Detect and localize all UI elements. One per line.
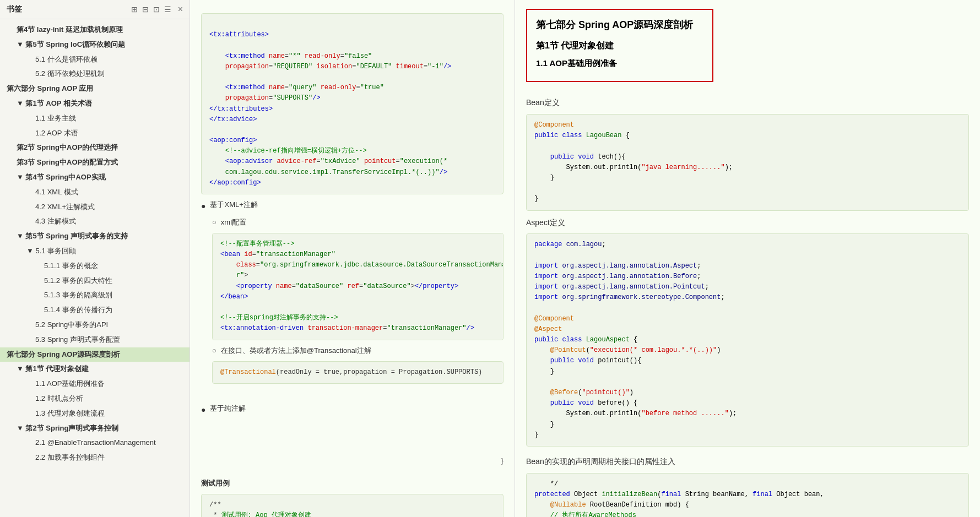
- sidebar-icon-4[interactable]: ☰: [164, 5, 171, 14]
- sidebar-toc: 第4节 lazy-init 延迟加载机制原理▼ 第5节 Spring IoC循环…: [0, 19, 189, 517]
- toc-item-s29[interactable]: 2.1 @EnableTransactionManagement: [0, 436, 189, 450]
- center-panel: <tx:attributes> <tx:method name="*" read…: [190, 0, 515, 517]
- toc-item-s26[interactable]: 1.2 时机点分析: [0, 391, 189, 406]
- sub-section-xml-config: ○ xml配置 <!--配置事务管理器--> <bean id="transac…: [212, 216, 503, 384]
- toc-item-s20[interactable]: 5.1.4 事务的传播行为: [0, 303, 189, 318]
- test-section: 测试用例 /** * 测试用例: Aop 代理对象创建: [201, 477, 503, 517]
- bullet-icon-1: ●: [201, 200, 205, 213]
- bullet-xml-annotation: ● 基于XML+注解: [201, 199, 503, 213]
- right-panel: 第七部分 Spring AOP源码深度剖析 第1节 代理对象创建 1.1 AOP…: [515, 0, 980, 517]
- sub-bullet-icon-xml: ○: [212, 216, 216, 228]
- sub-bullet-transactional: ○ 在接口、类或者方法上添加@Transactional注解: [212, 345, 503, 357]
- sidebar-title: 书签: [7, 4, 127, 14]
- code-block-test: /** * 测试用例: Aop 代理对象创建: [201, 494, 503, 517]
- toc-item-s8[interactable]: 1.2 AOP 术语: [0, 126, 189, 141]
- toc-item-s10[interactable]: 第3节 Spring中AOP的配置方式: [0, 155, 189, 170]
- bottom-code-block: */ protected Object initializeBean(final…: [526, 473, 969, 517]
- closing-brace: }: [201, 453, 503, 469]
- toc-item-s22[interactable]: 5.3 Spring 声明式事务配置: [0, 333, 189, 347]
- toc-item-s18[interactable]: 5.1.2 事务的四大特性: [0, 274, 189, 289]
- bean-def-title: Bean定义: [526, 96, 969, 110]
- toc-item-s25[interactable]: 1.1 AOP基础用例准备: [0, 377, 189, 391]
- toc-item-s27[interactable]: 1.3 代理对象创建流程: [0, 406, 189, 421]
- bottom-comment-text: Bean的实现的声明周期相关接口的属性注入: [526, 455, 969, 469]
- toc-item-s12[interactable]: 4.1 XML 模式: [0, 185, 189, 200]
- toc-item-s11[interactable]: ▼ 第4节 Spring中AOP实现: [0, 170, 189, 185]
- right-part-title: 第七部分 Spring AOP源码深度剖析: [536, 17, 703, 34]
- sidebar-header: 书签 ⊞ ⊟ ⊡ ☰ ×: [0, 0, 189, 19]
- sidebar-icon-3[interactable]: ⊡: [153, 5, 160, 14]
- toc-item-s2[interactable]: ▼ 第5节 Spring IoC循环依赖问题: [0, 37, 189, 52]
- toc-item-s7[interactable]: 1.1 业务主线: [0, 111, 189, 126]
- code-block-bean-config: <!--配置事务管理器--> <bean id="transactionMana…: [212, 233, 503, 340]
- main-content: <tx:attributes> <tx:method name="*" read…: [190, 0, 980, 517]
- sub-bullet-xml: ○ xml配置: [212, 216, 503, 228]
- toc-item-s13[interactable]: 4.2 XML+注解模式: [0, 200, 189, 215]
- aspect-def-title: Aspect定义: [526, 216, 969, 230]
- bullet-label-2: 基于纯注解: [210, 402, 246, 415]
- toc-item-s6[interactable]: ▼ 第1节 AOP 相关术语: [0, 96, 189, 111]
- right-subsection-title: 1.1 AOP基础用例准备: [536, 56, 703, 70]
- bullet-pure-annotation: ● 基于纯注解: [201, 402, 503, 417]
- toc-item-s9[interactable]: 第2节 Spring中AOP的代理选择: [0, 140, 189, 155]
- sidebar-icon-2[interactable]: ⊟: [142, 5, 149, 14]
- toc-item-s19[interactable]: 5.1.3 事务的隔离级别: [0, 288, 189, 303]
- toc-item-s23[interactable]: 第七部分 Spring AOP源码深度剖析: [0, 347, 189, 362]
- toc-item-s14[interactable]: 4.3 注解模式: [0, 214, 189, 229]
- sub-bullet-icon-transactional: ○: [212, 345, 216, 357]
- toc-item-s24[interactable]: ▼ 第1节 代理对象创建: [0, 362, 189, 377]
- sidebar-close-button[interactable]: ×: [178, 4, 183, 14]
- sidebar: 书签 ⊞ ⊟ ⊡ ☰ × 第4节 lazy-init 延迟加载机制原理▼ 第5节…: [0, 0, 190, 517]
- toc-item-s30[interactable]: 2.2 加载事务控制组件: [0, 450, 189, 465]
- code-block-tx-attributes: <tx:attributes> <tx:method name="*" read…: [201, 13, 503, 194]
- aspect-code-block: package com.lagou; import org.aspectj.la…: [526, 233, 969, 447]
- toc-item-s17[interactable]: 5.1.1 事务的概念: [0, 259, 189, 274]
- sidebar-icon-1[interactable]: ⊞: [131, 5, 138, 14]
- sidebar-toolbar-icons: ⊞ ⊟ ⊡ ☰: [131, 5, 171, 14]
- toc-item-s21[interactable]: 5.2 Spring中事务的API: [0, 318, 189, 333]
- sub-bullet-label-transactional: 在接口、类或者方法上添加@Transactional注解: [221, 345, 371, 357]
- bottom-comment-section: Bean的实现的声明周期相关接口的属性注入 */ protected Objec…: [526, 455, 969, 517]
- spacer-2: [201, 420, 503, 453]
- right-section-title: 第1节 代理对象创建: [536, 38, 703, 53]
- toc-item-s5[interactable]: 第六部分 Spring AOP 应用: [0, 81, 189, 96]
- right-header-box: 第七部分 Spring AOP源码深度剖析 第1节 代理对象创建 1.1 AOP…: [526, 9, 713, 82]
- bean-code-block: @Component public class LagouBean { publ…: [526, 114, 969, 211]
- spacer-1: [201, 388, 503, 399]
- toc-item-s16[interactable]: ▼ 5.1 事务回顾: [0, 244, 189, 259]
- bullet-label-1: 基于XML+注解: [210, 199, 257, 211]
- test-section-title: 测试用例: [201, 477, 503, 489]
- toc-item-s28[interactable]: ▼ 第2节 Spring声明式事务控制: [0, 421, 189, 436]
- bullet-icon-2: ●: [201, 404, 205, 417]
- sub-bullet-label-xml: xml配置: [221, 216, 246, 228]
- toc-item-s15[interactable]: ▼ 第5节 Spring 声明式事务的支持: [0, 229, 189, 244]
- code-block-transactional: @Transactional(readOnly = true,propagati…: [212, 361, 503, 384]
- toc-item-s4[interactable]: 5.2 循环依赖处理机制: [0, 67, 189, 81]
- toc-item-s1[interactable]: 第4节 lazy-init 延迟加载机制原理: [0, 23, 189, 37]
- toc-item-s3[interactable]: 5.1 什么是循环依赖: [0, 52, 189, 67]
